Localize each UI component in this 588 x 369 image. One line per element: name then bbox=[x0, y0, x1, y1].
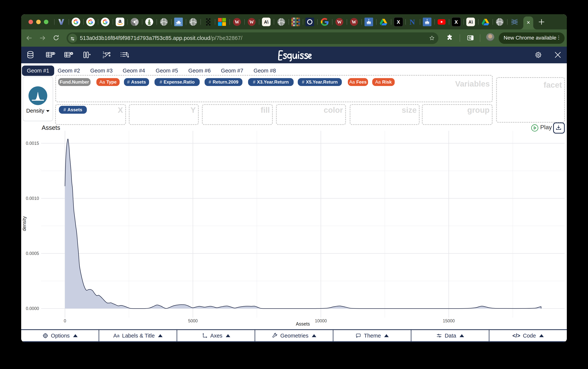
svg-text:0: 0 bbox=[64, 319, 66, 323]
svg-text:W: W bbox=[249, 20, 254, 25]
svg-text:15000: 15000 bbox=[443, 319, 455, 323]
svg-text:N: N bbox=[410, 18, 415, 26]
svg-text:0.0010: 0.0010 bbox=[26, 196, 39, 201]
svg-text:5000: 5000 bbox=[188, 319, 198, 323]
svg-text:0.0000: 0.0000 bbox=[26, 306, 39, 311]
svg-text:Assets: Assets bbox=[296, 321, 310, 327]
svg-text:W: W bbox=[352, 20, 357, 25]
svg-text:A\: A\ bbox=[468, 20, 473, 25]
svg-text:A\: A\ bbox=[264, 20, 269, 25]
svg-text:W: W bbox=[337, 20, 342, 25]
svg-text:density: density bbox=[21, 216, 27, 231]
svg-text:X: X bbox=[454, 19, 458, 25]
svg-text:a: a bbox=[118, 18, 122, 24]
svg-text:W: W bbox=[235, 20, 240, 25]
svg-text:X: X bbox=[397, 19, 400, 25]
svg-text:2: 2 bbox=[103, 55, 105, 59]
svg-text:1: 1 bbox=[103, 51, 105, 54]
svg-text:0.0015: 0.0015 bbox=[26, 141, 39, 146]
svg-text:0.0005: 0.0005 bbox=[26, 251, 39, 256]
svg-text:10000: 10000 bbox=[315, 319, 327, 323]
